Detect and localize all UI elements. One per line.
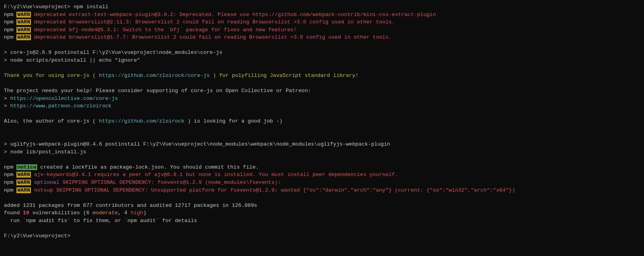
warn-ajv-line: npm WARN ajv-keywords@3.4.1 requires a p… (4, 171, 640, 179)
corejs-link[interactable]: https://github.com/zloirock/core-js (99, 73, 210, 78)
warn-text-1: deprecated extract-text-webpack-plugin@3… (31, 12, 436, 18)
npm-prefix-ajv: npm (4, 172, 16, 178)
blank-1 (4, 41, 640, 49)
blank-3 (4, 80, 640, 87)
blank-2 (4, 64, 640, 72)
warn-notsup-text: SKIPPING OPTIONAL DEPENDENCY: Unsupporte… (53, 187, 515, 193)
warn-text-4: deprecated browserslist@1.7.7: Browsersl… (31, 34, 392, 40)
warn-line-3: npm WARN deprecated bfj-node4@5.3.1: Swi… (4, 26, 640, 34)
found-text-2: vulnerabilities (6 (29, 210, 93, 216)
notice-line: npm notice created a lockfile as package… (4, 164, 640, 171)
postinstall-line-2: > node scripts/postinstall || echo "igno… (4, 57, 640, 64)
npm-prefix-opt: npm (4, 180, 16, 185)
thankyou-line: Thank you for using core-js ( https://gi… (4, 72, 640, 80)
postinstall-line-1: > core-js@2.6.9 postinstall F:\y2\Vue\vu… (4, 49, 640, 57)
notice-text: created a lockfile as package-lock.json.… (37, 164, 259, 170)
warn-line-2: npm WARN deprecated browserslist@2.11.3:… (4, 18, 640, 26)
also-text-1: Also, the author of core-js ( (4, 118, 99, 124)
terminal-window: F:\y2\Vue\vueproject> npm install npm WA… (4, 3, 640, 240)
warn-line-1: npm WARN deprecated extract-text-webpack… (4, 11, 640, 19)
warn-opt-space (31, 180, 34, 185)
patreon-line: > https://www.patreon.com/zloirock (4, 102, 640, 110)
warn-badge-1: WARN (16, 12, 30, 18)
npm-prefix-notice: npm (4, 164, 16, 170)
warn-text-2: deprecated browserslist@2.11.3: Browsers… (31, 19, 395, 25)
warn-badge-3: WARN (16, 27, 30, 33)
warn-opt-text: SKIPPING OPTIONAL DEPENDENCY: fsevents@1… (59, 180, 281, 185)
npm-prefix: npm (4, 12, 16, 18)
warn-notsup-space (31, 187, 34, 193)
notice-badge: notice (16, 164, 37, 170)
warn-badge-4: WARN (16, 34, 30, 40)
also-line: Also, the author of core-js ( https://gi… (4, 117, 640, 125)
found-text-3: , 4 (118, 210, 131, 216)
vuln-count: 10 (23, 210, 29, 216)
warn-text-3: deprecated bfj-node4@5.3.1: Switch to th… (31, 27, 297, 33)
warn-badge-ajv: WARN (16, 172, 30, 178)
npm-prefix-3: npm (4, 27, 16, 33)
uglify-postinstall-1: > uglifyjs-webpack-plugin@0.4.6 postinst… (4, 140, 640, 148)
npm-prefix-4: npm (4, 34, 16, 40)
blank-6 (4, 133, 640, 141)
blank-5 (4, 125, 640, 133)
blank-4 (4, 110, 640, 118)
also-text-2: ) is looking for a good job -) (184, 118, 283, 124)
uglify-postinstall-2: > node lib/post_install.js (4, 148, 640, 156)
high-label: high (131, 210, 143, 216)
found-text-4: ) (143, 210, 146, 216)
blank-9 (4, 224, 640, 232)
warn-badge-2: WARN (16, 19, 30, 25)
moderate-label: moderate (93, 210, 118, 216)
warn-badge-notsup: WARN (16, 187, 30, 193)
run-audit-line: run `npm audit fix` to fix them, or `npm… (4, 217, 640, 225)
warn-optional-line: npm WARN optional SKIPPING OPTIONAL DEPE… (4, 179, 640, 187)
found-vuln-line: found 10 vulnerabilities (6 moderate, 4 … (4, 209, 640, 217)
opencollective-line: > https://opencollective.com/core-js (4, 95, 640, 103)
warn-badge-opt: WARN (16, 180, 30, 185)
opencollective-link[interactable]: https://opencollective.com/core-js (10, 96, 118, 101)
npm-prefix-2: npm (4, 19, 16, 25)
blank-8 (4, 194, 640, 202)
zloirock-link[interactable]: https://github.com/zloirock (99, 118, 184, 124)
warn-ajv-text: ajv-keywords@3.4.1 requires a peer of aj… (31, 172, 398, 178)
cmd-prompt-line: F:\y2\Vue\vueproject> npm install (4, 3, 640, 11)
optional-badge: optional (34, 180, 59, 185)
found-text-1: found (4, 210, 23, 216)
patreon-link[interactable]: https://www.patreon.com/zloirock (10, 103, 111, 109)
project-help-line: The project needs your help! Please cons… (4, 87, 640, 95)
final-prompt-line: F:\y2\Vue\vueproject> (4, 232, 640, 240)
blank-7 (4, 156, 640, 164)
warn-notsup-line: npm WARN notsup SKIPPING OPTIONAL DEPEND… (4, 187, 640, 194)
npm-prefix-notsup: npm (4, 187, 16, 193)
added-line: added 1231 packages from 677 contributor… (4, 202, 640, 210)
notsup-badge: notsup (34, 187, 53, 193)
warn-line-4: npm WARN deprecated browserslist@1.7.7: … (4, 34, 640, 41)
